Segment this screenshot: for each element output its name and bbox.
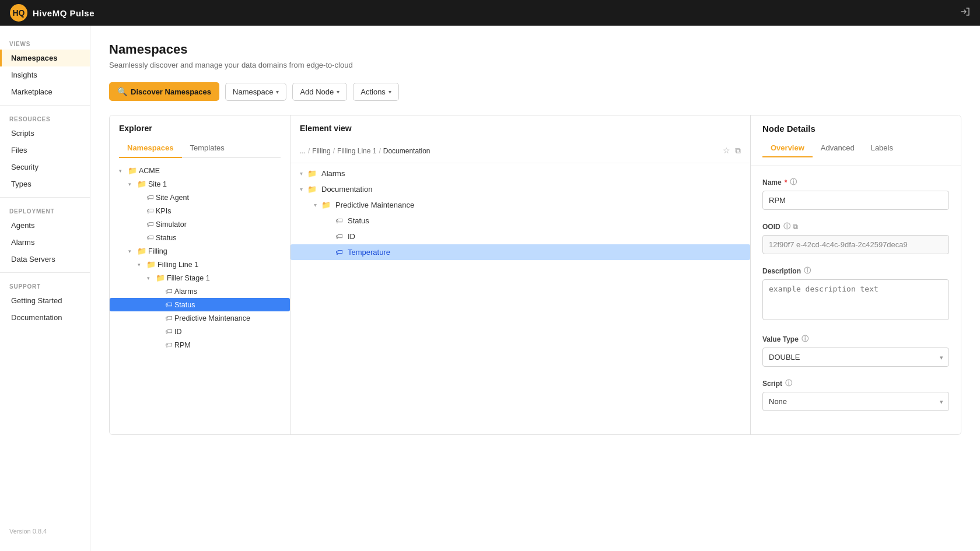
discover-namespaces-button[interactable]: 🔍 Discover Namespaces bbox=[109, 82, 219, 101]
tree-item-predictive-maintenance[interactable]: ▸ 🏷 Predictive Maintenance bbox=[110, 311, 290, 325]
element-item-predictive-maintenance[interactable]: ▾ 📁 Predictive Maintenance bbox=[290, 197, 750, 213]
tree-label: Status bbox=[156, 234, 176, 242]
value-type-select-wrap: DOUBLE STRING INT BOOLEAN FLOAT ▾ bbox=[762, 348, 949, 367]
node-details-body: Name * ⓘ OOID ⓘ ⧉ bbox=[751, 166, 961, 434]
sidebar-item-label: Data Servers bbox=[11, 255, 55, 264]
sidebar-item-label: Getting Started bbox=[11, 296, 62, 305]
element-item-label: Status bbox=[348, 216, 369, 225]
breadcrumb-documentation[interactable]: Documentation bbox=[383, 147, 430, 155]
sidebar-item-insights[interactable]: Insights bbox=[0, 66, 90, 83]
value-type-label: Value Type ⓘ bbox=[762, 334, 949, 344]
namespace-label: Namespace bbox=[233, 87, 273, 96]
topnav: HQ HiveMQ Pulse bbox=[0, 0, 980, 26]
sidebar-item-alarms[interactable]: Alarms bbox=[0, 234, 90, 251]
node-details-panel: Node Details Overview Advanced Labels Na… bbox=[751, 115, 961, 434]
add-node-dropdown-button[interactable]: Add Node ▾ bbox=[292, 83, 347, 101]
ooid-icons: ⓘ ⧉ bbox=[783, 222, 798, 231]
tree-item-simulator[interactable]: ▸ 🏷 Simulator bbox=[110, 217, 290, 231]
element-item-status[interactable]: ▸ 🏷 Status bbox=[290, 213, 750, 229]
page-title: Namespaces bbox=[109, 42, 961, 57]
element-item-alarms[interactable]: ▾ 📁 Alarms bbox=[290, 166, 750, 181]
sidebar-item-marketplace[interactable]: Marketplace bbox=[0, 83, 90, 100]
script-select[interactable]: None bbox=[762, 392, 949, 411]
description-textarea[interactable] bbox=[762, 279, 949, 320]
chevron-down-icon: ▾ bbox=[128, 181, 135, 187]
svg-text:HQ: HQ bbox=[13, 8, 25, 17]
tree-item-site1[interactable]: ▾ 📁 Site 1 bbox=[110, 177, 290, 191]
sidebar-item-data-servers[interactable]: Data Servers bbox=[0, 251, 90, 268]
element-view-header: Element view bbox=[290, 115, 750, 133]
folder-icon: 📁 bbox=[307, 185, 317, 194]
sidebar-item-namespaces[interactable]: Namespaces bbox=[0, 50, 90, 66]
element-item-label: ID bbox=[348, 232, 355, 241]
sidebar-item-getting-started[interactable]: Getting Started bbox=[0, 292, 90, 309]
script-select-wrap: None ▾ bbox=[762, 392, 949, 411]
sidebar-item-agents[interactable]: Agents bbox=[0, 217, 90, 234]
element-item-label: Documentation bbox=[321, 185, 372, 194]
tree-item-status-site1[interactable]: ▸ 🏷 Status bbox=[110, 231, 290, 244]
app-body: VIEWS Namespaces Insights Marketplace RE… bbox=[0, 26, 980, 551]
breadcrumb-filling-line-1[interactable]: Filling Line 1 bbox=[337, 147, 376, 155]
sidebar-item-label: Types bbox=[11, 180, 32, 188]
tab-namespaces[interactable]: Namespaces bbox=[119, 139, 182, 158]
element-item-documentation[interactable]: ▾ 📁 Documentation bbox=[290, 181, 750, 197]
tree-item-filling-line-1[interactable]: ▾ 📁 Filling Line 1 bbox=[110, 258, 290, 271]
element-item-label: Alarms bbox=[321, 169, 345, 178]
sidebar-item-files[interactable]: Files bbox=[0, 142, 90, 159]
element-item-temperature[interactable]: ▸ 🏷 Temperature bbox=[290, 244, 750, 260]
tree-item-kpis[interactable]: ▸ 🏷 KPIs bbox=[110, 204, 290, 217]
tree-item-filler-stage-1[interactable]: ▾ 📁 Filler Stage 1 bbox=[110, 271, 290, 285]
breadcrumb-filling[interactable]: Filling bbox=[312, 147, 330, 155]
ooid-copy-icon[interactable]: ⧉ bbox=[793, 223, 798, 231]
tree-area: ▾ 📁 ACME ▾ 📁 Site 1 ▸ 🏷 Site Agent bbox=[110, 158, 290, 357]
ooid-info-icon[interactable]: ⓘ bbox=[783, 222, 790, 231]
element-item-id[interactable]: ▸ 🏷 ID bbox=[290, 229, 750, 244]
tag-icon: 🏷 bbox=[146, 233, 154, 242]
tree-item-filling[interactable]: ▾ 📁 Filling bbox=[110, 244, 290, 258]
sidebar-item-documentation[interactable]: Documentation bbox=[0, 309, 90, 326]
tab-advanced[interactable]: Advanced bbox=[813, 139, 863, 157]
tree-item-site-agent[interactable]: ▸ 🏷 Site Agent bbox=[110, 191, 290, 204]
folder-icon: 📁 bbox=[137, 180, 146, 188]
tree-label: Status bbox=[174, 301, 195, 309]
tree-label: Filler Stage 1 bbox=[167, 274, 210, 282]
page-subtitle: Seamlessly discover and manage your data… bbox=[109, 61, 961, 69]
copy-icon[interactable]: ⧉ bbox=[735, 146, 741, 156]
script-info-icon: ⓘ bbox=[785, 378, 792, 388]
discover-label: Discover Namespaces bbox=[131, 87, 211, 96]
tree-item-acme[interactable]: ▾ 📁 ACME bbox=[110, 164, 290, 177]
star-icon[interactable]: ☆ bbox=[723, 146, 730, 156]
value-type-info-icon: ⓘ bbox=[802, 334, 808, 344]
tree-label: KPIs bbox=[156, 207, 171, 215]
sidebar-item-scripts[interactable]: Scripts bbox=[0, 125, 90, 142]
name-input[interactable] bbox=[762, 191, 949, 210]
logo: HQ HiveMQ Pulse bbox=[9, 3, 94, 22]
sidebar-item-security[interactable]: Security bbox=[0, 159, 90, 176]
breadcrumb-ellipsis: ... bbox=[300, 147, 306, 155]
tag-icon: 🏷 bbox=[165, 327, 173, 336]
namespace-dropdown-button[interactable]: Namespace ▾ bbox=[225, 83, 286, 101]
sidebar-item-label: Documentation bbox=[11, 313, 62, 322]
actions-dropdown-button[interactable]: Actions ▾ bbox=[353, 83, 399, 101]
sidebar-item-label: Alarms bbox=[11, 238, 34, 247]
tree-item-status-selected[interactable]: ▸ 🏷 Status bbox=[110, 298, 290, 311]
tree-item-id[interactable]: ▸ 🏷 ID bbox=[110, 325, 290, 338]
discover-icon: 🔍 bbox=[117, 87, 127, 96]
ooid-label: OOID ⓘ ⧉ bbox=[762, 222, 949, 231]
tab-labels[interactable]: Labels bbox=[863, 139, 901, 157]
chevron-down-icon: ▾ bbox=[147, 275, 154, 281]
tab-overview[interactable]: Overview bbox=[762, 139, 813, 157]
support-section-label: SUPPORT bbox=[0, 278, 90, 292]
folder-icon: 📁 bbox=[128, 166, 137, 175]
sidebar-item-types[interactable]: Types bbox=[0, 176, 90, 192]
tree-label: Alarms bbox=[174, 287, 197, 296]
namespace-chevron-icon: ▾ bbox=[276, 89, 279, 95]
tab-templates[interactable]: Templates bbox=[182, 139, 233, 158]
element-list: ▾ 📁 Alarms ▾ 📁 Documentation ▾ 📁 Pr bbox=[290, 163, 750, 262]
tree-item-rpm[interactable]: ▸ 🏷 RPM bbox=[110, 338, 290, 352]
tree-item-alarms[interactable]: ▸ 🏷 Alarms bbox=[110, 285, 290, 298]
explorer-header: Explorer Namespaces Templates bbox=[110, 115, 290, 158]
script-label: Script ⓘ bbox=[762, 378, 949, 388]
exit-icon[interactable] bbox=[960, 6, 971, 20]
value-type-select[interactable]: DOUBLE STRING INT BOOLEAN FLOAT bbox=[762, 348, 949, 367]
